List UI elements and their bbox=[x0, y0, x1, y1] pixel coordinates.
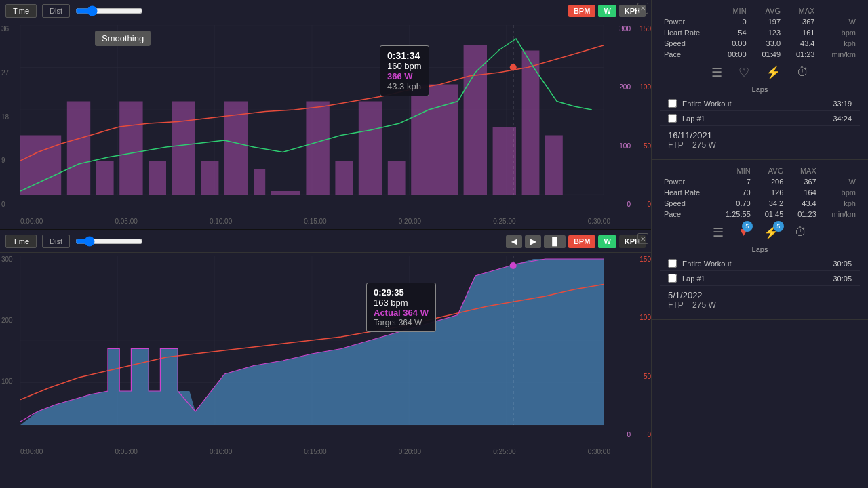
right-panel: MIN AVG MAX Power0197367W Heart Rate5412… bbox=[651, 0, 868, 488]
lap1-time-top: 34:24 bbox=[833, 115, 852, 123]
entire-workout-checkbox-top[interactable] bbox=[668, 99, 677, 108]
power-row-top: Power0197367W bbox=[660, 16, 860, 27]
lap1-row-top: Lap #1 34:24 bbox=[660, 111, 860, 126]
workout-ftp-top: FTP = 275 W bbox=[668, 140, 852, 150]
y-axis-right2-top: 150 100 50 0 bbox=[631, 25, 651, 208]
tooltip-time-top: 0:31:34 bbox=[387, 50, 422, 61]
bottom-stats-table: MIN AVG MAX Power7206367W Heart Rate7012… bbox=[660, 165, 860, 220]
tooltip-actual-w: Actual 364 W bbox=[374, 308, 429, 318]
bpm-btn-bottom[interactable]: BPM bbox=[568, 235, 595, 248]
laps-bolt-icon-bottom[interactable]: ⚡ 5 bbox=[764, 225, 778, 240]
y-axis-right-top: 300 200 100 0 bbox=[612, 25, 631, 208]
laps-icons-bottom: ☰ ♥ 5 ⚡ 5 ⏱ bbox=[660, 220, 860, 245]
max-header-bottom: MAX bbox=[787, 165, 821, 176]
entire-workout-row-top: Entire Workout 33:19 bbox=[660, 96, 860, 111]
lap1-label-bottom: Lap #1 bbox=[682, 274, 827, 283]
smoothing-slider-bottom[interactable] bbox=[75, 236, 143, 247]
bottom-chart-tooltip: 0:29:35 163 bpm Actual 364 W Target 364 … bbox=[366, 283, 436, 332]
hr-row-bottom: Heart Rate70126164bpm bbox=[660, 187, 860, 198]
bpm-btn-top[interactable]: BPM bbox=[568, 5, 595, 17]
bottom-chart-canvas[interactable] bbox=[20, 256, 604, 439]
time-tab-bottom[interactable]: Time bbox=[5, 235, 37, 248]
laps-clock-icon[interactable]: ⏱ bbox=[797, 65, 809, 80]
bar-btn[interactable]: ▐▌ bbox=[544, 235, 566, 248]
fwd-btn[interactable]: ▶ bbox=[525, 235, 541, 248]
close-top-panel[interactable]: ✕ bbox=[637, 3, 648, 14]
workout-info-top: 16/11/2021 FTP = 275 W bbox=[660, 126, 860, 154]
avg-header-top: AVG bbox=[751, 5, 785, 16]
workout-date-top: 16/11/2021 bbox=[668, 130, 852, 140]
smoothing-slider[interactable] bbox=[75, 5, 143, 16]
bottom-stats-section: MIN AVG MAX Power7206367W Heart Rate7012… bbox=[652, 160, 868, 320]
bolt-badge: 5 bbox=[773, 221, 784, 232]
lap1-checkbox-bottom[interactable] bbox=[668, 274, 677, 283]
time-tab-top[interactable]: Time bbox=[5, 4, 37, 18]
x-axis-top: 0:00:00 0:05:00 0:10:00 0:15:00 0:20:00 … bbox=[20, 218, 610, 225]
top-panel-toolbar: Time Dist BPM W KPH bbox=[0, 0, 651, 22]
power-row-bottom: Power7206367W bbox=[660, 176, 860, 187]
entire-workout-row-bottom: Entire Workout 30:05 bbox=[660, 256, 860, 271]
entire-workout-label-bottom: Entire Workout bbox=[682, 260, 827, 268]
tooltip-w-top: 366 W bbox=[387, 71, 422, 81]
laps-label-bottom: Laps bbox=[660, 245, 860, 256]
workout-date-bottom: 5/1/2022 bbox=[668, 290, 852, 300]
mode-buttons-top: BPM W KPH bbox=[568, 5, 646, 17]
laps-clock-icon-bottom[interactable]: ⏱ bbox=[795, 225, 807, 240]
avg-header-bottom: AVG bbox=[755, 165, 788, 176]
max-header-top: MAX bbox=[785, 5, 818, 16]
heart-badge: 5 bbox=[742, 221, 753, 232]
lap1-label-top: Lap #1 bbox=[682, 115, 827, 123]
min-header-top: MIN bbox=[716, 5, 750, 16]
dist-tab-bottom[interactable]: Dist bbox=[42, 235, 70, 248]
tooltip-kph-top: 43.3 kph bbox=[387, 81, 422, 92]
x-axis-bottom: 0:00:00 0:05:00 0:10:00 0:15:00 0:20:00 … bbox=[20, 448, 610, 455]
top-stats-table: MIN AVG MAX Power0197367W Heart Rate5412… bbox=[660, 5, 860, 60]
lap1-checkbox-top[interactable] bbox=[668, 114, 677, 123]
top-stats-section: MIN AVG MAX Power0197367W Heart Rate5412… bbox=[652, 0, 868, 160]
workout-ftp-bottom: FTP = 275 W bbox=[668, 300, 852, 310]
workout-info-bottom: 5/1/2022 FTP = 275 W bbox=[660, 286, 860, 314]
smoothing-slider-container bbox=[75, 5, 143, 16]
tooltip-time-bottom: 0:29:35 bbox=[374, 287, 429, 298]
min-header-bottom: MIN bbox=[714, 165, 755, 176]
laps-heart-icon-bottom[interactable]: ♥ 5 bbox=[740, 225, 747, 240]
close-bottom-panel[interactable]: ✕ bbox=[637, 233, 648, 244]
bottom-panel-toolbar: Time Dist ◀ ▶ ▐▌ BPM W KPH bbox=[0, 230, 651, 253]
entire-workout-label-top: Entire Workout bbox=[682, 100, 827, 108]
speed-row-top: Speed0.0033.043.4kph bbox=[660, 38, 860, 49]
laps-icons-top: ☰ ♡ ⚡ ⏱ bbox=[660, 60, 860, 85]
entire-workout-time-top: 33:19 bbox=[833, 100, 852, 108]
w-btn-bottom[interactable]: W bbox=[598, 235, 616, 248]
dist-tab-top[interactable]: Dist bbox=[42, 4, 70, 18]
pace-row-bottom: Pace1:25:5501:4501:23min/km bbox=[660, 209, 860, 220]
laps-list-icon-bottom[interactable]: ☰ bbox=[713, 225, 724, 240]
back-btn[interactable]: ◀ bbox=[506, 235, 522, 248]
tooltip-bpm-top: 160 bpm bbox=[387, 61, 422, 71]
entire-workout-checkbox-bottom[interactable] bbox=[668, 259, 677, 268]
lap1-time-bottom: 30:05 bbox=[833, 274, 852, 283]
tooltip-target-w: Target 364 W bbox=[374, 318, 429, 327]
laps-list-icon[interactable]: ☰ bbox=[711, 65, 722, 80]
speed-row-bottom: Speed0.7034.243.4kph bbox=[660, 198, 860, 209]
entire-workout-time-bottom: 30:05 bbox=[833, 260, 852, 268]
y-axis-left-bottom: 300 200 100 bbox=[1, 256, 20, 439]
top-chart-canvas[interactable] bbox=[20, 25, 604, 208]
lap1-row-bottom: Lap #1 30:05 bbox=[660, 271, 860, 286]
hr-row-top: Heart Rate54123161bpm bbox=[660, 27, 860, 38]
w-btn-top[interactable]: W bbox=[598, 5, 616, 17]
smoothing-tooltip: Smoothing bbox=[95, 30, 151, 46]
laps-bolt-icon[interactable]: ⚡ bbox=[766, 65, 781, 80]
top-chart-tooltip: 0:31:34 160 bpm 366 W 43.3 kph bbox=[380, 45, 429, 96]
y-axis-right2-bottom: 150 100 50 0 bbox=[631, 256, 651, 439]
y-axis-left-top: 36 27 18 9 0 bbox=[1, 25, 20, 208]
laps-heart-icon[interactable]: ♡ bbox=[738, 65, 749, 80]
smoothing-slider-container-bottom bbox=[75, 236, 143, 247]
laps-label-top: Laps bbox=[660, 85, 860, 96]
y-axis-right-bottom: 0 bbox=[612, 256, 631, 439]
tooltip-bpm-bottom: 163 bpm bbox=[374, 298, 429, 308]
mode-buttons-bottom: ◀ ▶ ▐▌ BPM W KPH bbox=[506, 235, 646, 248]
pace-row-top: Pace00:0001:4901:23min/km bbox=[660, 49, 860, 60]
